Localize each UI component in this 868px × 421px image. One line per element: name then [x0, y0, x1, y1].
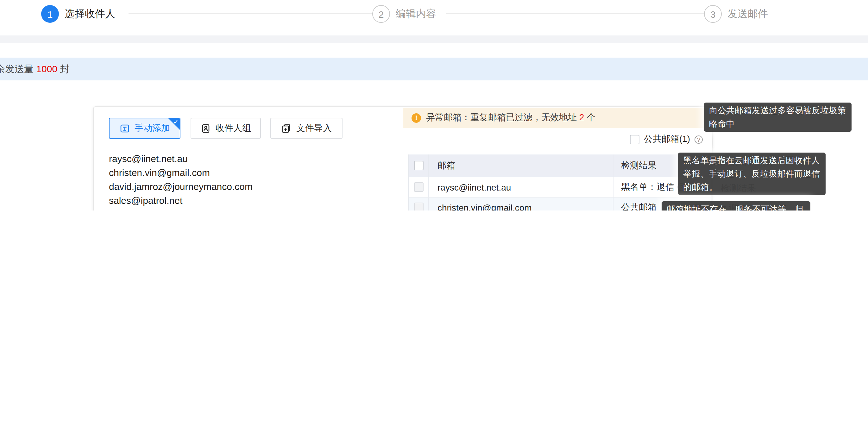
tooltip-invalid-address: 邮箱地址不存在、服务不可达等，归为无效地址。 — [661, 201, 810, 210]
step-2-number: 2 — [372, 5, 390, 23]
table-header-row: 邮箱 检测结果 — [409, 154, 711, 177]
warning-icon: ! — [411, 113, 421, 122]
warning-text: 异常邮箱：重复邮箱已过滤，无效地址 2 个 — [426, 112, 595, 123]
quota-suffix: 封 — [57, 63, 69, 74]
email-line: christen.vin@gmail.com — [109, 166, 318, 180]
step-connector-1 — [128, 13, 377, 14]
file-import-icon — [281, 123, 291, 133]
public-mailbox-checkbox[interactable] — [630, 134, 640, 144]
tab-recipient-group[interactable]: 收件人组 — [191, 118, 261, 139]
tooltip-public-mailbox: 向公共邮箱发送过多容易被反垃圾策略命中 — [704, 102, 851, 132]
email-line: james@schaferfish.com — [109, 208, 318, 210]
tooltip-blacklist: 黑名单是指在云邮通发送后因收件人举报、手动退订、反垃圾邮件而退信的邮箱。 — [678, 153, 826, 195]
email-line: raysc@iinet.net.au — [109, 152, 318, 166]
recipient-card: 手动添加 ✓ 收件人组 文件导入 raysc@iinet.net.auchris… — [93, 107, 713, 210]
step-3-send-mail: 3 发送邮件 — [704, 5, 768, 23]
step-2-edit-content: 2 编辑内容 — [372, 5, 436, 23]
public-mailbox-row: 公共邮箱(1) ? — [630, 133, 703, 145]
step-1-label: 选择收件人 — [65, 7, 115, 21]
email-line: david.jamroz@journeymanco.com — [109, 180, 318, 194]
tab-manual-add[interactable]: 手动添加 ✓ — [109, 118, 180, 139]
quota-prefix: 余发送量 — [0, 63, 36, 74]
invalid-count: 2 — [579, 112, 584, 122]
tab-recipient-group-label: 收件人组 — [216, 122, 251, 134]
public-mailbox-label: 公共邮箱(1) — [644, 133, 690, 145]
manual-email-input-area[interactable]: raysc@iinet.net.auchristen.vin@gmail.com… — [109, 152, 318, 210]
header-divider-band — [0, 35, 868, 43]
text-input-icon — [119, 123, 129, 133]
row-checkbox — [414, 182, 423, 192]
step-2-label: 编辑内容 — [396, 7, 436, 21]
email-line: sales@ipatrol.net — [109, 194, 318, 208]
tab-manual-add-label: 手动添加 — [134, 122, 170, 134]
quota-text: 余发送量 1000 封 — [0, 63, 69, 76]
step-1-select-recipients: 1 选择收件人 — [41, 5, 115, 23]
email-cell: raysc@iinet.net.au — [429, 177, 614, 197]
email-cell: christen.vin@gmail.com — [429, 198, 614, 210]
step-connector-2 — [446, 13, 706, 14]
abnormal-mailbox-warning: ! 异常邮箱：重复邮箱已过滤，无效地址 2 个 — [403, 108, 713, 128]
step-3-label: 发送邮件 — [727, 7, 768, 21]
send-mail-wizard-page: 1 选择收件人 2 编辑内容 3 发送邮件 余发送量 1000 封 手动添加 — [0, 0, 868, 210]
contact-group-icon — [200, 123, 211, 133]
tab-file-import[interactable]: 文件导入 — [270, 118, 342, 139]
step-wizard: 1 选择收件人 2 编辑内容 3 发送邮件 — [0, 0, 868, 35]
step-3-number: 3 — [704, 5, 722, 23]
public-mailbox-help-icon[interactable]: ? — [694, 135, 703, 143]
column-header-email: 邮箱 — [429, 154, 614, 177]
step-1-number: 1 — [41, 5, 59, 23]
select-all-checkbox[interactable] — [414, 161, 423, 170]
row-checkbox — [414, 203, 423, 210]
quota-bar: 余发送量 1000 封 — [0, 58, 868, 81]
tab-file-import-label: 文件导入 — [296, 122, 332, 134]
table-row: raysc@iinet.net.au黑名单：退信? — [409, 177, 711, 198]
quota-count: 1000 — [36, 63, 57, 74]
check-icon: ✓ — [173, 118, 179, 125]
